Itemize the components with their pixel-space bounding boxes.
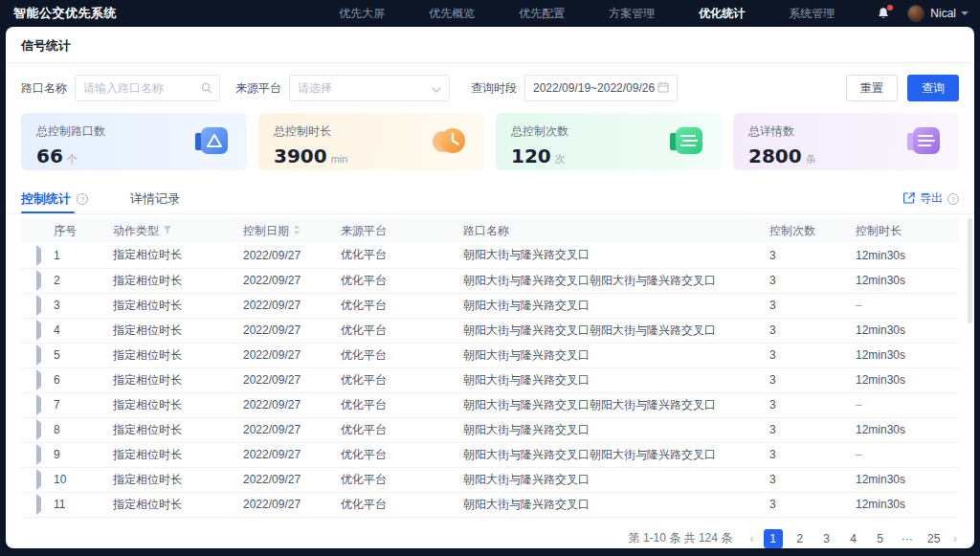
previous-page-arrow[interactable]: ‹: [747, 529, 755, 548]
cell-intersection-name: 朝阳大街与隆兴路交叉口: [459, 492, 766, 517]
date-range-value: 2022/09/19~2022/09/26: [533, 81, 655, 95]
cell-source-platform: 优化平台: [337, 417, 459, 442]
cell-control-date: 2022/09/27: [239, 343, 337, 367]
cell-control-duration: 12min30s: [852, 367, 959, 392]
row-expand-icon[interactable]: [36, 394, 41, 415]
cell-control-date: 2022/09/27: [239, 417, 337, 442]
source-platform-placeholder: 请选择: [298, 80, 332, 97]
main-content-panel: 信号统计 路口名称 来源平台 请选择 查询时段 2022/09/19~2022/…: [6, 27, 974, 548]
clock-icon: [431, 124, 469, 163]
filter-funnel-icon[interactable]: [163, 224, 172, 237]
source-platform-label: 来源平台: [235, 80, 281, 97]
intersection-name-field: [75, 75, 220, 101]
cell-control-date: 2022/09/27: [239, 442, 337, 467]
table-header: 序号 动作类型 控制日期: [21, 218, 959, 243]
cell-control-date: 2022/09/27: [239, 392, 337, 417]
intersection-name-input[interactable]: [76, 76, 201, 100]
filter-bar: 路口名称 来源平台 请选择 查询时段 2022/09/19~2022/09/26…: [6, 63, 974, 113]
tabs-bar: 控制统计 ? 详情记录 导出 ?: [6, 184, 974, 214]
cell-source-platform: 优化平台: [337, 293, 459, 318]
tab-control-statistics[interactable]: 控制统计 ?: [21, 184, 88, 213]
row-expand-icon[interactable]: [36, 270, 41, 291]
cell-action-type: 指定相位时长: [109, 367, 239, 392]
cell-index: 1: [50, 243, 109, 268]
cell-action-type: 指定相位时长: [109, 268, 239, 293]
app-title: 智能公交优先系统: [13, 5, 117, 22]
page-number[interactable]: 1: [764, 529, 783, 548]
row-expand-icon[interactable]: [36, 444, 41, 465]
page-number[interactable]: 25: [924, 529, 944, 548]
cell-control-count: 3: [766, 417, 852, 442]
row-expand-icon[interactable]: [36, 369, 41, 390]
cell-action-type: 指定相位时长: [109, 467, 239, 492]
page-number[interactable]: 2: [791, 529, 810, 548]
active-tab-underline: [21, 211, 75, 213]
cell-control-duration: –: [852, 293, 959, 318]
nav-menu-item[interactable]: 系统管理: [789, 6, 835, 22]
help-icon[interactable]: ?: [947, 193, 959, 205]
cell-action-type: 指定相位时长: [109, 343, 239, 367]
row-expand-icon[interactable]: [36, 295, 41, 316]
page-number[interactable]: 4: [844, 529, 863, 548]
search-button[interactable]: 查询: [907, 75, 959, 101]
next-page-arrow[interactable]: ›: [951, 529, 959, 548]
cell-intersection-name: 朝阳大街与隆兴路交叉口: [459, 367, 766, 392]
cell-source-platform: 优化平台: [337, 243, 459, 268]
cell-control-duration: 12min30s: [852, 343, 959, 367]
nav-menu-item[interactable]: 优先概览: [429, 6, 475, 22]
table-row: 8 指定相位时长 2022/09/27 优化平台 朝阳大街与隆兴路交叉口 3 1…: [21, 417, 959, 442]
chevron-down-icon: [432, 79, 441, 97]
stat-value: 3900: [274, 145, 327, 167]
tab-detail-records[interactable]: 详情记录: [130, 184, 180, 213]
row-expand-icon[interactable]: [36, 345, 41, 366]
user-avatar: [907, 5, 924, 22]
header-expand-column: [21, 218, 50, 243]
row-expand-icon[interactable]: [36, 320, 41, 341]
cell-control-count: 3: [766, 467, 852, 492]
cell-intersection-name: 朝阳大街与隆兴路交叉口朝阳大街与隆兴路交叉口: [459, 318, 766, 343]
table-row: 1 指定相位时长 2022/09/27 优化平台 朝阳大街与隆兴路交叉口 3 1…: [21, 243, 959, 268]
header-intersection-name: 路口名称: [459, 218, 766, 243]
nav-menu-item[interactable]: 优先配置: [519, 6, 565, 22]
page-number[interactable]: 3: [817, 529, 836, 548]
page-number[interactable]: 5: [871, 529, 890, 548]
query-period-label: 查询时段: [471, 80, 517, 97]
page-numbers: 1 2 3 4 5 ··· 25: [764, 529, 944, 548]
pagination-summary: 第 1-10 条 共 124 条: [629, 530, 733, 546]
help-icon[interactable]: ?: [77, 193, 88, 205]
cell-control-duration: 12min30s: [852, 467, 959, 492]
scrollbar-thumb[interactable]: [968, 218, 972, 323]
reset-button[interactable]: 重置: [846, 75, 898, 101]
intersection-triangle-icon: [193, 124, 232, 163]
nav-menu-item[interactable]: 优化统计: [699, 6, 745, 22]
pagination: 第 1-10 条 共 124 条 ‹ 1 2 3 4 5 ··· 25 ›: [6, 518, 974, 548]
row-expand-icon[interactable]: [36, 494, 41, 515]
row-expand-icon[interactable]: [36, 469, 41, 490]
stat-value: 2800: [748, 145, 802, 167]
sort-icon[interactable]: [293, 224, 301, 238]
source-platform-select[interactable]: 请选择: [289, 75, 450, 101]
notifications-bell-icon[interactable]: [877, 7, 890, 20]
cell-index: 11: [50, 492, 109, 517]
row-expand-icon[interactable]: [36, 419, 41, 440]
header-action-type: 动作类型: [109, 218, 239, 243]
cell-action-type: 指定相位时长: [109, 293, 239, 318]
statistics-table: 序号 动作类型 控制日期: [6, 214, 974, 518]
stat-unit: 个: [67, 152, 78, 167]
filter-actions: 重置 查询: [846, 75, 959, 101]
cell-action-type: 指定相位时长: [109, 392, 239, 417]
cell-control-duration: 12min30s: [852, 268, 959, 293]
cell-source-platform: 优化平台: [337, 367, 459, 392]
cell-intersection-name: 朝阳大街与隆兴路交叉口: [459, 467, 766, 492]
nav-menu-item[interactable]: 优先大屏: [339, 6, 385, 22]
user-menu[interactable]: Nical: [907, 5, 969, 22]
page-number[interactable]: ···: [898, 529, 917, 548]
nav-menu-item[interactable]: 方案管理: [609, 6, 655, 22]
table-row: 7 指定相位时长 2022/09/27 优化平台 朝阳大街与隆兴路交叉口朝阳大街…: [21, 392, 959, 417]
export-button[interactable]: 导出 ?: [903, 190, 959, 208]
date-range-picker[interactable]: 2022/09/19~2022/09/26: [524, 75, 678, 101]
document-icon: [905, 124, 944, 163]
row-expand-icon[interactable]: [36, 245, 41, 266]
header-control-count: 控制次数: [766, 218, 852, 243]
search-icon[interactable]: [201, 82, 219, 94]
